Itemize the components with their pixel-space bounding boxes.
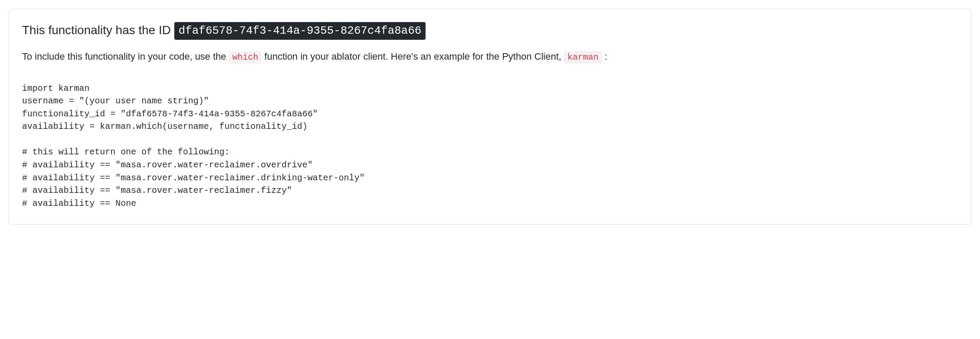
functionality-id-badge: dfaf6578-74f3-414a-9355-8267c4fa8a66: [174, 22, 426, 40]
heading-prefix: This functionality has the ID: [22, 23, 174, 37]
desc-part3: :: [602, 51, 607, 62]
code-example: import karman username = "(your user nam…: [22, 82, 958, 210]
desc-part1: To include this functionality in your co…: [22, 51, 229, 62]
which-code: which: [229, 51, 262, 64]
desc-part2: function in your ablator client. Here's …: [262, 51, 564, 62]
usage-description: To include this functionality in your co…: [22, 49, 958, 64]
info-panel: This functionality has the ID dfaf6578-7…: [9, 9, 971, 225]
karman-code: karman: [564, 51, 602, 64]
panel-heading: This functionality has the ID dfaf6578-7…: [22, 22, 958, 40]
